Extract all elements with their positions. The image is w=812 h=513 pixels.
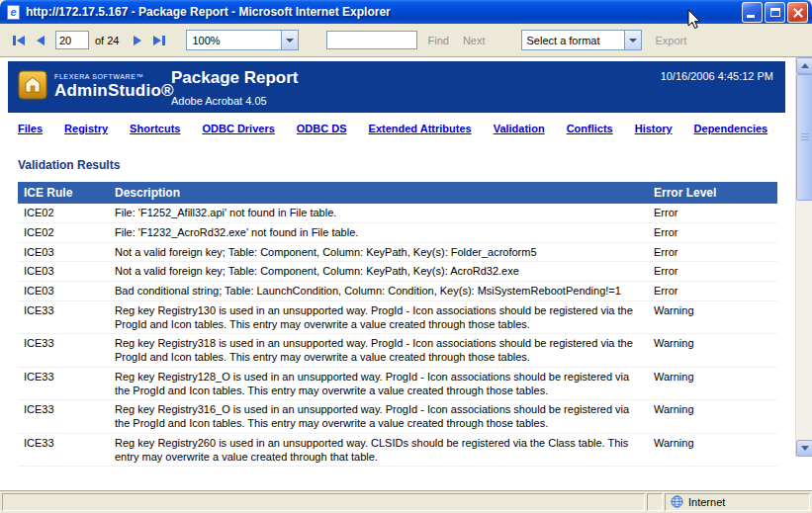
report-banner: FLEXERA SOFTWARE™ AdminStudio® Package R… bbox=[8, 61, 785, 113]
description-cell: Not a valid foreign key; Table: Componen… bbox=[109, 262, 648, 282]
maximize-button[interactable] bbox=[765, 2, 785, 23]
export-format-value: Select a format bbox=[522, 31, 624, 49]
nav-link-registry[interactable]: Registry bbox=[64, 123, 108, 134]
archive-report-link[interactable]: Archive Report bbox=[28, 488, 100, 490]
error-level-cell: Warning bbox=[648, 334, 777, 368]
description-cell: Reg key Registry128_O is used in an unsu… bbox=[109, 367, 648, 400]
zone-label: Internet bbox=[688, 496, 725, 508]
status-progress-pane bbox=[647, 493, 663, 511]
table-row: ICE03Not a valid foreign key; Table: Com… bbox=[18, 242, 777, 262]
validation-table: ICE Rule Description Error Level ICE02Fi… bbox=[18, 182, 777, 467]
error-level-cell: Error bbox=[648, 222, 777, 242]
next-page-button[interactable] bbox=[127, 30, 148, 51]
description-cell: Not a valid foreign key; Table: Componen… bbox=[109, 242, 648, 262]
vertical-scrollbar[interactable] bbox=[795, 57, 812, 457]
window-title: http://172.17.5.167 - Package Report - M… bbox=[26, 5, 737, 19]
table-row: ICE33Reg key Registry318 is used in an u… bbox=[18, 334, 777, 368]
nav-link-history[interactable]: History bbox=[635, 123, 673, 134]
description-cell: File: 'F1232_AcroRd32.exe' not found in … bbox=[109, 222, 648, 242]
error-level-cell: Warning bbox=[648, 300, 777, 334]
table-row: ICE33Reg key Registry316_O is used in an… bbox=[18, 400, 777, 434]
nav-link-dependencies[interactable]: Dependencies bbox=[694, 123, 768, 134]
page-count-label: of 24 bbox=[95, 35, 119, 46]
adminstudio-brand: FLEXERA SOFTWARE™ AdminStudio® bbox=[18, 70, 174, 104]
ice-rule-cell: ICE33 bbox=[18, 367, 109, 400]
table-header-row: ICE Rule Description Error Level bbox=[18, 182, 777, 204]
mouse-cursor bbox=[687, 9, 701, 30]
nav-link-extended-attributes[interactable]: Extended Attributes bbox=[369, 123, 472, 134]
section-heading: Validation Results bbox=[18, 158, 785, 172]
table-row: ICE33Reg key Registry260 is used in an u… bbox=[18, 433, 777, 467]
error-level-cell: Warning bbox=[648, 367, 777, 400]
internet-zone-globe-icon bbox=[671, 495, 683, 510]
status-zone-pane: Internet bbox=[665, 493, 810, 511]
description-cell: Reg key Registry260 is used in an unsupp… bbox=[109, 433, 648, 467]
close-button[interactable] bbox=[787, 2, 808, 23]
ie-page-icon: e bbox=[6, 4, 21, 20]
table-row: ICE03Bad conditional string; Table: Laun… bbox=[18, 282, 777, 301]
table-row: ICE33Reg key Registry128_O is used in an… bbox=[18, 367, 777, 400]
validation-table-body: ICE02File: 'F1252_Afill32.api' not found… bbox=[18, 204, 777, 467]
page-number-input[interactable] bbox=[55, 31, 89, 49]
zoom-select[interactable]: 100% bbox=[186, 30, 299, 50]
find-input[interactable] bbox=[326, 31, 417, 49]
ice-rule-cell: ICE02 bbox=[18, 204, 109, 222]
brand-adminstudio-label: AdminStudio® bbox=[54, 81, 174, 101]
scroll-up-button[interactable] bbox=[796, 57, 812, 74]
export-format-select[interactable]: Select a format bbox=[521, 30, 642, 50]
export-button[interactable]: Export bbox=[656, 35, 687, 46]
report-page: FLEXERA SOFTWARE™ AdminStudio® Package R… bbox=[0, 57, 795, 490]
ice-rule-cell: ICE03 bbox=[18, 242, 109, 262]
ice-rule-cell: ICE33 bbox=[18, 334, 109, 368]
description-cell: Reg key Registry316_O is used in an unsu… bbox=[109, 400, 648, 434]
find-button[interactable]: Find bbox=[427, 35, 448, 46]
report-subtitle: Adobe Acrobat 4.05 bbox=[171, 95, 299, 107]
nav-link-files[interactable]: Files bbox=[18, 123, 43, 134]
report-nav: FilesRegistryShortcutsODBC DriversODBC D… bbox=[18, 123, 785, 134]
error-level-cell: Error bbox=[648, 282, 777, 301]
nav-link-validation[interactable]: Validation bbox=[494, 123, 545, 134]
error-level-cell: Error bbox=[648, 204, 777, 222]
scroll-down-button[interactable] bbox=[796, 440, 812, 457]
first-page-button[interactable] bbox=[8, 30, 30, 51]
ice-rule-cell: ICE02 bbox=[18, 222, 109, 242]
header-ice-rule: ICE Rule bbox=[18, 182, 109, 204]
nav-link-odbc-ds[interactable]: ODBC DS bbox=[297, 123, 347, 134]
header-description: Description bbox=[109, 182, 648, 204]
report-timestamp: 10/16/2006 4:45:12 PM bbox=[661, 70, 773, 82]
status-bar: Internet bbox=[0, 490, 812, 513]
minimize-button[interactable] bbox=[742, 2, 763, 23]
nav-link-shortcuts[interactable]: Shortcuts bbox=[130, 123, 180, 134]
ice-rule-cell: ICE03 bbox=[18, 282, 109, 301]
ice-rule-cell: ICE33 bbox=[18, 300, 109, 334]
find-next-button[interactable]: Next bbox=[463, 35, 486, 46]
report-title: Package Report bbox=[171, 68, 299, 88]
nav-link-odbc-drivers[interactable]: ODBC Drivers bbox=[202, 123, 274, 134]
header-error-level: Error Level bbox=[648, 182, 777, 204]
table-row: ICE02File: 'F1232_AcroRd32.exe' not foun… bbox=[18, 222, 777, 242]
browser-content: FLEXERA SOFTWARE™ AdminStudio® Package R… bbox=[0, 57, 812, 490]
table-row: ICE03Not a valid foreign key; Table: Com… bbox=[18, 262, 777, 282]
brand-flexera-label: FLEXERA SOFTWARE™ bbox=[54, 73, 174, 80]
error-level-cell: Warning bbox=[648, 433, 777, 467]
format-dropdown-arrow-icon[interactable] bbox=[624, 31, 641, 49]
ice-rule-cell: ICE03 bbox=[18, 262, 109, 282]
ice-rule-cell: ICE33 bbox=[18, 400, 109, 434]
scrollbar-thumb[interactable] bbox=[796, 74, 812, 201]
description-cell: Bad conditional string; Table: LaunchCon… bbox=[109, 282, 648, 301]
error-level-cell: Error bbox=[648, 262, 777, 282]
ice-rule-cell: ICE33 bbox=[18, 433, 109, 467]
prev-page-button[interactable] bbox=[30, 30, 51, 51]
error-level-cell: Warning bbox=[648, 400, 777, 434]
zoom-dropdown-arrow-icon[interactable] bbox=[281, 31, 298, 49]
status-main-pane bbox=[2, 493, 645, 511]
nav-link-conflicts[interactable]: Conflicts bbox=[567, 123, 613, 134]
last-page-button[interactable] bbox=[148, 30, 170, 51]
description-cell: File: 'F1252_Afill32.api' not found in F… bbox=[109, 204, 648, 222]
description-cell: Reg key Registry130 is used in an unsupp… bbox=[109, 300, 648, 334]
error-level-cell: Error bbox=[648, 242, 777, 262]
ie-window: e http://172.17.5.167 - Package Report -… bbox=[0, 0, 812, 513]
table-row: ICE33Reg key Registry130 is used in an u… bbox=[18, 300, 777, 334]
adminstudio-logo-icon bbox=[18, 70, 47, 104]
zoom-value: 100% bbox=[187, 31, 281, 49]
